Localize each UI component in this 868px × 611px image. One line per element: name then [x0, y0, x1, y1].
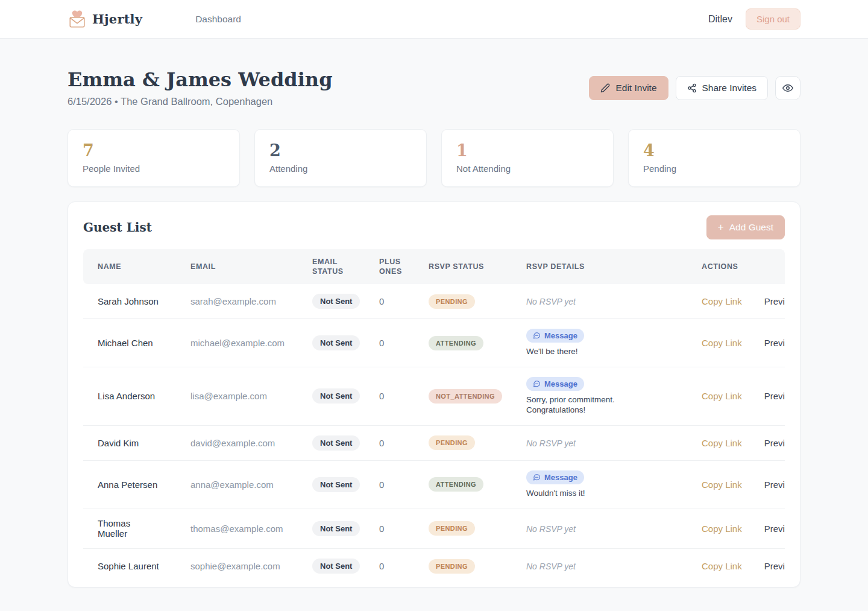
- pencil-icon: [600, 83, 610, 93]
- email-status-badge: Not Sent: [312, 335, 360, 350]
- plus-ones-count: 0: [365, 549, 414, 584]
- copy-link-button[interactable]: Copy Link: [702, 338, 742, 348]
- stat-value: 1: [456, 142, 599, 160]
- stats-row: 7 People Invited 2 Attending 1 Not Atten…: [68, 129, 800, 187]
- top-bar: Hjertly Dashboard Ditlev Sign out: [0, 0, 868, 39]
- table-row: Anna Petersenanna@example.comNot Sent0AT…: [83, 460, 785, 508]
- email-status-badge: Not Sent: [312, 521, 360, 536]
- rsvp-details-cell: MessageWe'll be there!: [512, 319, 687, 367]
- guest-name: Thomas Mueller: [83, 508, 176, 549]
- table-row: Thomas Muellerthomas@example.comNot Sent…: [83, 508, 785, 549]
- guest-list-card: Guest List + Add Guest NAME EMAIL EMAIL …: [68, 201, 800, 588]
- stat-value: 7: [83, 142, 225, 160]
- rsvp-status-badge: PENDING: [429, 435, 475, 450]
- guest-email: sophie@example.com: [176, 549, 298, 584]
- rsvp-details-cell: No RSVP yet: [512, 284, 687, 319]
- guest-table: NAME EMAIL EMAIL STATUS PLUS ONES RSVP S…: [83, 249, 785, 584]
- preview-button[interactable]: Preview: [764, 561, 785, 571]
- table-row: David Kimdavid@example.comNot Sent0PENDI…: [83, 425, 785, 460]
- brand-logo[interactable]: Hjertly: [68, 10, 142, 29]
- stat-label: People Invited: [83, 163, 225, 174]
- guest-email: lisa@example.com: [176, 367, 298, 425]
- copy-link-button[interactable]: Copy Link: [702, 391, 742, 401]
- stat-label: Attending: [269, 163, 412, 174]
- copy-link-button[interactable]: Copy Link: [702, 296, 742, 306]
- message-label: Message: [544, 379, 577, 388]
- plus-icon: +: [718, 222, 724, 232]
- no-rsvp-text: No RSVP yet: [526, 562, 576, 571]
- copy-link-button[interactable]: Copy Link: [702, 480, 742, 490]
- chat-bubble-icon: [533, 332, 541, 340]
- guest-name: Anna Petersen: [83, 460, 176, 508]
- brand-name: Hjertly: [92, 11, 142, 27]
- chat-bubble-icon: [533, 380, 541, 388]
- copy-link-button[interactable]: Copy Link: [702, 561, 742, 571]
- plus-ones-count: 0: [365, 508, 414, 549]
- rsvp-message-text: Wouldn't miss it!: [526, 488, 673, 499]
- rsvp-status-badge: ATTENDING: [429, 336, 483, 350]
- guest-email: michael@example.com: [176, 319, 298, 367]
- rsvp-details-cell: MessageWouldn't miss it!: [512, 460, 687, 508]
- table-row: Lisa Andersonlisa@example.comNot Sent0NO…: [83, 367, 785, 425]
- sign-out-button[interactable]: Sign out: [746, 8, 800, 30]
- guest-table-scroll-area[interactable]: NAME EMAIL EMAIL STATUS PLUS ONES RSVP S…: [83, 249, 785, 587]
- no-rsvp-text: No RSVP yet: [526, 438, 576, 448]
- stat-card-not-attending: 1 Not Attending: [441, 129, 614, 187]
- stat-card-attending: 2 Attending: [254, 129, 427, 187]
- rsvp-status-badge: PENDING: [429, 521, 475, 536]
- user-name: Ditlev: [708, 14, 732, 25]
- page-title: Emma & James Wedding: [68, 69, 333, 91]
- envelope-heart-icon: [68, 10, 87, 29]
- chat-bubble-icon: [533, 473, 541, 481]
- guest-email: anna@example.com: [176, 460, 298, 508]
- copy-link-button[interactable]: Copy Link: [702, 438, 742, 448]
- plus-ones-count: 0: [365, 284, 414, 319]
- table-header-row: NAME EMAIL EMAIL STATUS PLUS ONES RSVP S…: [83, 249, 785, 285]
- col-rsvp-details: RSVP DETAILS: [512, 249, 687, 285]
- guest-list-title: Guest List: [83, 220, 152, 235]
- col-email-status: EMAIL STATUS: [298, 249, 365, 285]
- copy-link-button[interactable]: Copy Link: [702, 524, 742, 534]
- no-rsvp-text: No RSVP yet: [526, 297, 576, 306]
- preview-button[interactable]: Preview: [764, 296, 785, 306]
- message-label: Message: [544, 473, 577, 482]
- col-plus-ones: PLUS ONES: [365, 249, 414, 285]
- message-badge: Message: [526, 470, 584, 484]
- rsvp-details-cell: MessageSorry, prior commitment. Congratu…: [512, 367, 687, 425]
- edit-invite-button[interactable]: Edit Invite: [589, 76, 668, 100]
- rsvp-status-badge: NOT_ATTENDING: [429, 389, 502, 404]
- col-email: EMAIL: [176, 249, 298, 285]
- stat-label: Not Attending: [456, 163, 599, 174]
- rsvp-details-cell: No RSVP yet: [512, 425, 687, 460]
- preview-button[interactable]: Preview: [764, 391, 785, 401]
- add-guest-button[interactable]: + Add Guest: [706, 215, 785, 239]
- guest-name: Lisa Anderson: [83, 367, 176, 425]
- preview-eye-button[interactable]: [775, 76, 800, 100]
- rsvp-status-badge: PENDING: [429, 559, 475, 574]
- main-content: Emma & James Wedding 6/15/2026 • The Gra…: [68, 39, 800, 587]
- col-rsvp-status: RSVP STATUS: [414, 249, 512, 285]
- share-invites-button[interactable]: Share Invites: [676, 76, 768, 100]
- table-row: Sophie Laurentsophie@example.comNot Sent…: [83, 549, 785, 584]
- rsvp-message-text: We'll be there!: [526, 346, 673, 357]
- message-label: Message: [544, 331, 577, 340]
- stat-value: 4: [643, 142, 785, 160]
- share-icon: [687, 83, 697, 93]
- preview-button[interactable]: Preview: [764, 438, 785, 448]
- col-name: NAME: [83, 249, 176, 285]
- rsvp-details-cell: No RSVP yet: [512, 549, 687, 584]
- rsvp-details-cell: No RSVP yet: [512, 508, 687, 549]
- stat-card-people-invited: 7 People Invited: [68, 129, 240, 187]
- preview-button[interactable]: Preview: [764, 524, 785, 534]
- no-rsvp-text: No RSVP yet: [526, 524, 576, 534]
- event-subtitle: 6/15/2026 • The Grand Ballroom, Copenhag…: [68, 96, 333, 107]
- preview-button[interactable]: Preview: [764, 338, 785, 348]
- email-status-badge: Not Sent: [312, 388, 360, 404]
- stat-card-pending: 4 Pending: [628, 129, 800, 187]
- plus-ones-count: 0: [365, 425, 414, 460]
- guest-name: David Kim: [83, 425, 176, 460]
- col-actions: ACTIONS: [687, 249, 785, 285]
- guest-email: david@example.com: [176, 425, 298, 460]
- preview-button[interactable]: Preview: [764, 480, 785, 490]
- nav-dashboard[interactable]: Dashboard: [195, 14, 241, 25]
